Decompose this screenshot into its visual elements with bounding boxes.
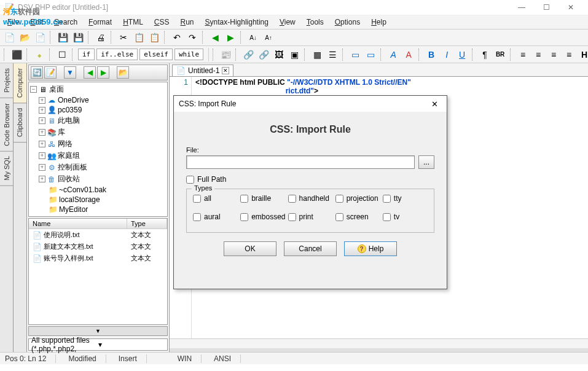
file-input[interactable] (186, 155, 415, 169)
align-right-icon[interactable]: ≡ (547, 48, 560, 61)
tree-item[interactable]: +🗑回收站 (39, 173, 166, 185)
close-doc-icon[interactable]: 📄 (33, 31, 47, 44)
tree-item[interactable]: 📁localStorage (39, 195, 166, 205)
sort-za-icon[interactable]: A↑ (262, 31, 275, 44)
browse-button[interactable]: ... (418, 155, 434, 169)
cut-icon[interactable]: ✂ (117, 31, 130, 44)
cancel-button[interactable]: Cancel (284, 241, 337, 256)
tree-item[interactable]: +☁OneDrive (39, 95, 166, 105)
type-projection[interactable]: projection (335, 194, 380, 203)
tree-collapse-icon[interactable]: − (30, 86, 37, 93)
align-center-icon[interactable]: ≡ (531, 48, 545, 61)
file-filter[interactable]: All supported files (*.php,*.php2,▾ (28, 338, 168, 351)
anchor-icon[interactable]: 🔗 (257, 48, 270, 61)
sidetab-clipboard[interactable]: Clipboard (14, 103, 26, 143)
copy-icon[interactable]: 📋 (132, 31, 146, 44)
bold-icon[interactable]: B (425, 48, 438, 61)
tree-item[interactable]: 📁MyEditor (39, 205, 166, 214)
list-item[interactable]: 📄新建文本文档.txt文本文 (29, 241, 167, 252)
tree-item[interactable]: +👤pc0359 (39, 105, 166, 115)
menu-css[interactable]: CSS (149, 17, 174, 28)
menu-options[interactable]: Options (330, 17, 365, 28)
ok-button[interactable]: OK (224, 241, 276, 256)
run-prev-icon[interactable]: ◀ (208, 31, 222, 44)
menu-search[interactable]: Search (49, 17, 82, 28)
minimize-button[interactable]: — (509, 0, 534, 15)
color-icon[interactable]: A (402, 48, 415, 61)
font-icon[interactable]: A (386, 48, 400, 61)
align-justify-icon[interactable]: ≡ (562, 48, 576, 61)
list-icon[interactable]: ☰ (326, 48, 339, 61)
menu-tools[interactable]: Tools (302, 17, 329, 28)
help-button[interactable]: ?Help (344, 241, 397, 256)
box-icon[interactable]: ☐ (55, 48, 69, 61)
edit-icon[interactable]: 📝 (44, 66, 57, 79)
new-icon[interactable]: 📄 (2, 31, 16, 44)
sidetab-codebrowser[interactable]: Code Browser (0, 98, 13, 152)
sidetab-mysql[interactable]: My SQL (0, 151, 13, 186)
span-icon[interactable]: ▭ (364, 48, 377, 61)
type-tty[interactable]: tty (383, 194, 428, 203)
refresh-icon[interactable]: 🔄 (31, 66, 43, 79)
close-button[interactable]: ✕ (559, 0, 583, 15)
type-screen[interactable]: screen (335, 213, 380, 221)
tree-expand-icon[interactable]: + (39, 164, 45, 171)
snippet2-icon[interactable]: ⬥ (33, 48, 46, 61)
dialog-close-icon[interactable]: ✕ (428, 98, 442, 110)
paste-icon[interactable]: 📋 (147, 31, 161, 44)
forward-icon[interactable]: ▶ (97, 66, 109, 79)
col-name[interactable]: Name (29, 219, 127, 228)
print-icon[interactable]: 🖨 (94, 31, 108, 44)
list-item[interactable]: 📄账号导入样例.txt文本文 (29, 252, 167, 264)
tree-expand-icon[interactable]: + (39, 141, 45, 147)
type-tv[interactable]: tv (383, 213, 428, 221)
type-braille[interactable]: braille (240, 194, 285, 203)
back-icon[interactable]: ◀ (84, 66, 96, 79)
italic-icon[interactable]: I (440, 48, 453, 61)
editor-tab[interactable]: 📄 Untitled-1 ✕ (172, 64, 233, 76)
tree-expand-icon[interactable]: + (39, 129, 45, 136)
saveall-icon[interactable]: 💾 (71, 31, 85, 44)
snippet1-icon[interactable]: ⬛ (10, 48, 23, 61)
tree-expand-icon[interactable]: + (39, 107, 45, 114)
save-icon[interactable]: 💾 (56, 31, 69, 44)
tree-expand-icon[interactable]: + (39, 97, 45, 104)
sort-az-icon[interactable]: A↓ (246, 31, 260, 44)
tree-item[interactable]: 📁Sign (39, 214, 166, 217)
menu-edit[interactable]: Edit (25, 17, 48, 28)
menu-help[interactable]: Help (366, 17, 391, 28)
undo-icon[interactable]: ↶ (170, 31, 184, 44)
kw-ifelse[interactable]: if..else (96, 49, 138, 60)
up-folder-icon[interactable]: 📂 (117, 66, 129, 79)
underline-icon[interactable]: U (455, 48, 469, 61)
kw-elseif[interactable]: elseif (139, 49, 173, 60)
tab-close-icon[interactable]: ✕ (222, 67, 229, 74)
kw-while[interactable]: while (174, 49, 203, 60)
type-print[interactable]: print (288, 213, 333, 221)
menu-syntax-highlighting[interactable]: Syntax-Highlighting (200, 17, 273, 28)
tree-item[interactable]: +👥家庭组 (39, 150, 166, 162)
tree-expand-icon[interactable]: + (39, 117, 45, 124)
para-icon[interactable]: ¶ (478, 48, 492, 61)
media-icon[interactable]: ▣ (288, 48, 301, 61)
fullpath-checkbox[interactable]: Full Path (186, 175, 434, 184)
type-embossed[interactable]: embossed (240, 213, 285, 221)
tree-item[interactable]: +🖧网络 (39, 138, 166, 150)
heading-icon[interactable]: H (578, 48, 588, 61)
editor-hscroll[interactable] (170, 338, 588, 348)
filter-icon[interactable]: ▼ (64, 66, 76, 79)
menu-html[interactable]: HTML (118, 17, 148, 28)
html-doc-icon[interactable]: 📰 (219, 48, 232, 61)
div-icon[interactable]: ▭ (348, 48, 362, 61)
type-handheld[interactable]: handheld (288, 194, 333, 203)
tree-item[interactable]: +⚙控制面板 (39, 162, 166, 173)
menu-file[interactable]: File (2, 17, 24, 28)
col-type[interactable]: Type (127, 219, 167, 228)
type-all[interactable]: all (193, 194, 238, 203)
menu-run[interactable]: Run (176, 17, 199, 28)
file-list[interactable]: Name Type 📄使用说明.txt文本文📄新建文本文档.txt文本文📄账号导… (28, 218, 168, 325)
tree-item[interactable]: 📁~cConv01.bak (39, 185, 166, 195)
tree-item[interactable]: +🖥此电脑 (39, 115, 166, 127)
folder-tree[interactable]: − 🖥 桌面 +☁OneDrive+👤pc0359+🖥此电脑+📚库+🖧网络+👥家… (28, 82, 168, 217)
sidetab-computer[interactable]: Computer (14, 63, 26, 103)
